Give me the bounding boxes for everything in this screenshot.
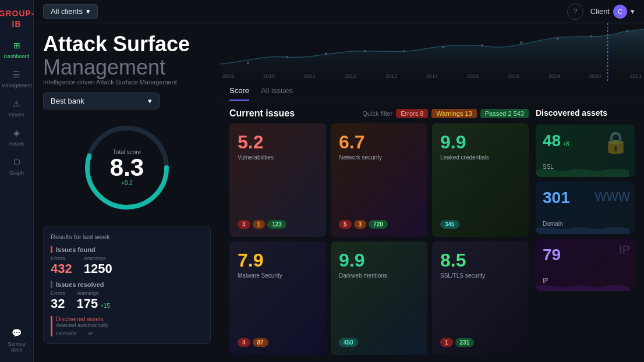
card-top: 5.2 Vulnerabilities (238, 132, 318, 161)
avatar: C (613, 5, 627, 19)
asset-card-ip[interactable]: 79 IP IP (536, 239, 635, 291)
warnings-value: 1250 (84, 261, 112, 276)
asset-card-domain[interactable]: 301 www Domain (536, 182, 635, 234)
card-label: Darkweb mentions (339, 272, 419, 279)
card-vulnerabilities[interactable]: 5.2 Vulnerabilities 3 1 123 (229, 123, 326, 237)
fingerprint-icon: 🔒 (603, 130, 629, 155)
resolved-warnings-delta: +15 (100, 303, 110, 309)
sidebar-item-graph[interactable]: ⬡ Graph (0, 151, 33, 180)
card-score: 9.9 (339, 250, 419, 271)
domain-wave (536, 220, 629, 234)
right-panel: 2009 2010 2011 2012 2013 2014 2015 2016 … (220, 23, 644, 362)
chevron-down-icon: ▾ (148, 97, 152, 105)
page-title-bold: Attack Surface (43, 32, 190, 56)
score-circle: Total score 8.3 +0.2 (80, 121, 174, 214)
badge: 87 (253, 338, 268, 347)
issues-found-row: Errors 432 Warnings 1250 (51, 255, 203, 276)
card-label: SSL/TLS security (440, 272, 521, 279)
tab-all-issues[interactable]: All issues (261, 81, 293, 101)
dashboard-icon: ⊞ (11, 40, 23, 51)
topbar-right: ? Client C ▾ (567, 3, 635, 20)
card-network-security[interactable]: 6.7 Network security 5 3 720 (331, 123, 427, 237)
topbar: All clients ▾ ? Client C ▾ (34, 0, 644, 23)
sidebar-item-management[interactable]: ☰ Management (0, 64, 33, 93)
svg-point-10 (520, 41, 522, 44)
sidebar-item-issues[interactable]: ⚠ Issues (0, 93, 33, 122)
asset-card-ssl[interactable]: 48 +8 🔒 SSL (536, 125, 635, 177)
badge: 123 (267, 220, 286, 229)
tab-score[interactable]: Score (229, 81, 249, 101)
sidebar-item-dashboard[interactable]: ⊞ Dashboard (0, 35, 33, 64)
discovered-assets-panel: Discovered assets 48 +8 🔒 (536, 108, 635, 355)
sidebar-item-label: Assets (9, 141, 24, 147)
errors-col: Errors 432 (51, 255, 72, 276)
badge: 1 (440, 338, 453, 347)
badge: 231 (455, 338, 475, 347)
sidebar-item-service-desk[interactable]: 💬 Service desk (0, 322, 33, 357)
card-badges: 3 1 123 (238, 220, 318, 229)
badge: 720 (369, 220, 388, 229)
filter-errors[interactable]: Errors 8 (396, 109, 428, 118)
timeline-years: 2009 2010 2011 2012 2013 2014 2015 2016 … (220, 73, 644, 79)
page-title-light: Management (43, 55, 165, 79)
page-title-area: Attack Surface Management Intelligence d… (43, 33, 211, 86)
sidebar-item-assets[interactable]: ◈ Assets (0, 122, 33, 151)
filter-warnings[interactable]: Warnings 13 (431, 109, 476, 118)
sidebar: GROUP-IB ⊞ Dashboard ☰ Management ⚠ Issu… (0, 0, 34, 362)
tabs-bar: Score All issues (220, 81, 644, 101)
resolved-warnings-value: 175 (77, 296, 98, 311)
service-desk-icon: 💬 (11, 327, 23, 339)
warnings-col: Warnings 1250 (84, 255, 112, 276)
client-selector[interactable]: All clients ▾ (43, 4, 98, 19)
logo-area: GROUP-IB (0, 5, 35, 35)
sidebar-item-label: Dashboard (3, 54, 29, 59)
card-badges: 450 (339, 338, 419, 347)
filter-passed[interactable]: Passed 2 543 (480, 109, 529, 118)
svg-point-5 (325, 52, 327, 55)
card-darkweb-mentions[interactable]: 9.9 Darkweb mentions 450 (331, 242, 427, 355)
help-button[interactable]: ? (567, 3, 583, 20)
card-score: 8.5 (440, 250, 521, 271)
issues-resolved-row: Errors 32 Warnings 175 +15 (51, 290, 203, 311)
graph-icon: ⬡ (11, 156, 23, 168)
ip-wave (536, 277, 629, 291)
circle-text: Total score 8.3 +0.2 (110, 149, 144, 186)
sidebar-item-label: Management (1, 83, 32, 88)
client-selector-label: All clients (51, 7, 83, 16)
cards-grid: 5.2 Vulnerabilities 3 1 123 (229, 123, 529, 355)
card-badges: 5 3 720 (339, 220, 419, 229)
da-row: Domains IP (56, 331, 203, 336)
chevron-down-icon: ▾ (86, 7, 90, 16)
card-top: 7.9 Malware Security (238, 250, 318, 279)
asset-number-row: 79 (543, 246, 628, 264)
badge: 1 (253, 220, 266, 229)
resolved-warnings-col: Warnings 175 +15 (77, 290, 111, 311)
card-leaked-credentials[interactable]: 9.9 Leaked credentials 345 (432, 123, 529, 237)
card-malware-security[interactable]: 7.9 Malware Security 4 87 (229, 242, 326, 355)
card-label: Network security (339, 154, 419, 161)
issues-header: Current issues Quick filter Errors 8 War… (229, 108, 529, 119)
card-score: 6.7 (339, 132, 419, 153)
svg-point-11 (557, 38, 559, 40)
da-ip: IP (89, 331, 94, 336)
card-score: 7.9 (238, 250, 318, 271)
discovered-assets-title: Discovered assets (536, 108, 635, 118)
svg-point-3 (247, 62, 249, 64)
issues-section: Current issues Quick filter Errors 8 War… (220, 101, 644, 362)
score-value: 8.3 (110, 155, 144, 180)
quick-filter: Quick filter Errors 8 Warnings 13 Passed… (362, 109, 529, 118)
badge: 5 (339, 220, 352, 229)
page-title: Attack Surface Management (43, 33, 211, 79)
card-ssl-tls-security[interactable]: 8.5 SSL/TLS security 1 231 (432, 242, 529, 355)
badge: 3 (354, 220, 367, 229)
issues-icon: ⚠ (11, 98, 23, 109)
da-subtitle: detected automatically (56, 322, 203, 328)
resolved-errors-col: Errors 32 (51, 290, 65, 311)
assets-icon: ◈ (11, 127, 23, 139)
card-top: 9.9 Leaked credentials (440, 132, 521, 161)
asset-number: 48 (543, 132, 561, 150)
timeline-chart (220, 23, 644, 81)
card-score: 9.9 (440, 132, 521, 153)
card-label: Malware Security (238, 272, 318, 279)
bank-selector[interactable]: Best bank ▾ (43, 93, 160, 109)
